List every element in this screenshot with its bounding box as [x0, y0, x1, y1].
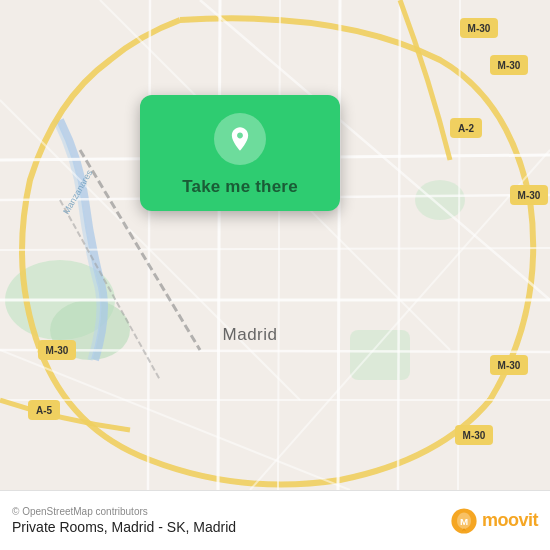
take-me-there-button[interactable]: Take me there [182, 177, 298, 197]
svg-text:M-30: M-30 [498, 360, 521, 371]
bottom-bar: © OpenStreetMap contributors Private Roo… [0, 490, 550, 550]
moovit-logo: M moovit [450, 507, 538, 535]
moovit-label: moovit [482, 510, 538, 531]
svg-text:M-30: M-30 [46, 345, 69, 356]
location-card[interactable]: Take me there [140, 95, 340, 211]
svg-text:Madrid: Madrid [223, 325, 278, 344]
svg-point-5 [415, 180, 465, 220]
svg-text:M-30: M-30 [498, 60, 521, 71]
svg-text:A-2: A-2 [458, 123, 475, 134]
svg-text:M-30: M-30 [518, 190, 541, 201]
svg-line-15 [338, 0, 340, 490]
location-title: Private Rooms, Madrid - SK, Madrid [12, 519, 236, 535]
map-container: M-30 M-30 M-30 M-30 M-30 M-30 A-2 A-5 Ma… [0, 0, 550, 490]
map-background: M-30 M-30 M-30 M-30 M-30 M-30 A-2 A-5 Ma… [0, 0, 550, 490]
svg-rect-4 [350, 330, 410, 380]
attribution-text: © OpenStreetMap contributors [12, 506, 236, 517]
svg-text:M-30: M-30 [463, 430, 486, 441]
svg-line-13 [218, 0, 220, 490]
svg-text:M-30: M-30 [468, 23, 491, 34]
svg-text:A-5: A-5 [36, 405, 53, 416]
moovit-icon: M [450, 507, 478, 535]
svg-text:M: M [460, 516, 468, 527]
location-pin-icon [226, 125, 254, 153]
location-icon-container [214, 113, 266, 165]
bottom-text-block: © OpenStreetMap contributors Private Roo… [12, 506, 236, 535]
